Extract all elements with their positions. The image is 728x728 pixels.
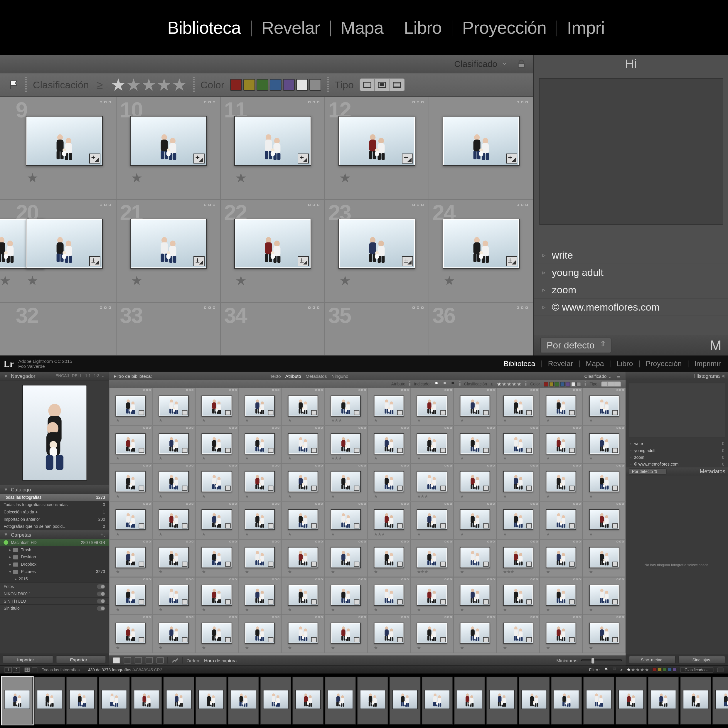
grid-cell-s[interactable]: ★ [454,426,497,463]
thumbnail-s[interactable] [460,547,490,568]
thumbnail-s[interactable] [460,433,490,454]
grid-cell-s[interactable]: ★ [324,577,367,615]
thumbnail-s[interactable] [245,585,275,606]
filter-lock-icon-s[interactable] [616,373,621,379]
grid-cell-s[interactable]: ★ [496,426,540,463]
grid-cell-s[interactable]: ★ [281,463,324,502]
thumbnail-s[interactable] [503,585,533,606]
thumbnail-s[interactable] [202,623,232,644]
rating-stars-cell[interactable]: ★★★ [331,418,342,423]
thumbnail-s[interactable] [116,471,146,492]
rating-stars-cell[interactable]: ★ [331,569,334,575]
grid-cell[interactable]: 12 ★ [325,97,429,200]
filter-preset-dropdown-s[interactable]: Clasificado ⌄ [584,373,612,378]
filmstrip-cell[interactable] [454,677,485,725]
tab-ninguno[interactable]: Ninguno [332,373,349,378]
grid-cell-s[interactable]: ★ [239,577,281,615]
grid-cell-s[interactable]: ★ [195,426,239,463]
thumbnail-s[interactable] [589,623,619,644]
grid-cell-s[interactable]: ★ [367,463,411,502]
thumbnail-s[interactable] [159,509,189,530]
thumbnail[interactable] [130,219,207,269]
rating-stars-cell[interactable]: ★ [159,569,162,575]
filmstrip-thumb[interactable] [716,690,728,709]
catalog-item[interactable]: Colección rápida +1 [0,508,109,516]
thumbnail-s[interactable] [374,433,404,454]
grid-cell-s[interactable]: ★ [152,388,196,426]
grid-cell-s[interactable]: ★ [109,426,152,463]
rating-stars-s[interactable]: ★★★★★ [497,381,522,387]
filmstrip-thumb[interactable] [457,690,482,709]
rating-stars-cell[interactable]: ★ [288,645,291,650]
tab-metadatos[interactable]: Metadatos [306,373,327,378]
painter-icon[interactable] [171,657,179,664]
panel-toggle-icon[interactable] [97,584,105,589]
thumbnail-s[interactable] [202,395,232,416]
rating-stars-cell[interactable]: ★ [245,532,248,537]
rating-stars-cell[interactable]: ★ [417,645,421,650]
filmstrip-cell[interactable] [228,677,259,725]
filmstrip-cell[interactable] [551,677,582,725]
rating-stars-cell[interactable]: ★ [460,607,463,612]
grid-cell[interactable]: 10 ★ [116,97,220,200]
rating-stars-cell[interactable]: ★ [288,569,291,575]
rating-stars-cell[interactable]: ★ [460,532,463,537]
thumbnail-s[interactable] [374,623,404,644]
grid-cell-s[interactable]: ★ [583,615,626,653]
grid-cell-s[interactable]: ★ [583,577,626,615]
grid-cell-s[interactable]: ★★★ [367,502,411,539]
grid-cell-s[interactable]: ★ [195,577,239,615]
metadata-preset-dropdown[interactable]: Por defecto [540,338,612,353]
module-revelar-s[interactable]: Revelar [544,359,577,368]
rating-star-icon[interactable]: ★ [27,273,38,288]
thumbnail-s[interactable] [202,433,232,454]
thumbnail-s[interactable] [460,509,490,530]
rating-stars-cell[interactable]: ★ [202,569,205,575]
flag-unflagged-icon[interactable] [9,80,19,90]
grid-cell[interactable]: 9 ★ [12,97,116,200]
compare-view-icon[interactable] [135,657,142,664]
swatch-gray-s[interactable] [577,382,581,386]
grid-cell-s[interactable]: ★ [454,577,497,615]
grid-cell[interactable]: 33 [116,302,220,355]
thumbnail[interactable] [338,219,415,269]
filter-preset-dropdown[interactable]: Clasificado [454,59,508,69]
navigator-preview[interactable] [0,381,109,485]
rating-stars-cell[interactable]: ★★★ [417,569,428,575]
view-grid-icon[interactable] [24,668,30,672]
grid-cell-s[interactable]: ★ [239,615,281,653]
sort-order-dropdown[interactable]: Hora de captura [204,658,237,663]
thumbnail-s[interactable] [331,585,361,606]
thumbnail-s[interactable] [202,509,232,530]
breadcrumb-path[interactable]: Todas las fotografías [42,668,80,672]
type-virtual-icon[interactable] [375,79,390,91]
filmstrip-cell[interactable] [357,677,388,725]
grid-cell-s[interactable]: ★ [195,539,239,577]
people-view-icon[interactable] [156,657,164,664]
swatch-gray[interactable] [309,79,321,91]
rating-stars-cell[interactable]: ★ [374,569,377,575]
grid-cell-s[interactable]: ★ [239,539,281,577]
grid-cell-s[interactable]: ★ [540,463,583,502]
grid-cell-s[interactable]: ★ [583,539,626,577]
folder-row[interactable]: ▾ Pictures3273 [0,568,109,575]
rating-stars-cell[interactable]: ★ [288,494,291,499]
thumbnail-s[interactable] [503,623,533,644]
rating-stars-cell[interactable]: ★ [503,418,506,423]
filmstrip-thumb[interactable] [586,690,612,709]
thumbnail-s[interactable] [288,547,318,568]
thumbnail[interactable] [443,116,520,166]
grid-cell-s[interactable]: ★ [152,463,196,502]
filmstrip-cell[interactable] [34,677,65,725]
rating-stars-cell[interactable]: ★ [288,456,291,461]
rating-stars-cell[interactable]: ★ [202,645,205,650]
module-imprimir[interactable]: Impri [557,18,615,38]
grid-cell-s[interactable]: ★ [281,577,324,615]
rating-stars-cell[interactable]: ★ [460,645,463,650]
filmstrip-thumb[interactable] [263,690,289,709]
rating-stars-cell[interactable]: ★ [460,569,463,575]
star-2-icon[interactable]: ★ [126,76,141,93]
grid-cell-s[interactable]: ★ [454,388,497,426]
grid-cell-s[interactable]: ★ [324,539,367,577]
filmstrip-thumb[interactable] [424,690,450,709]
